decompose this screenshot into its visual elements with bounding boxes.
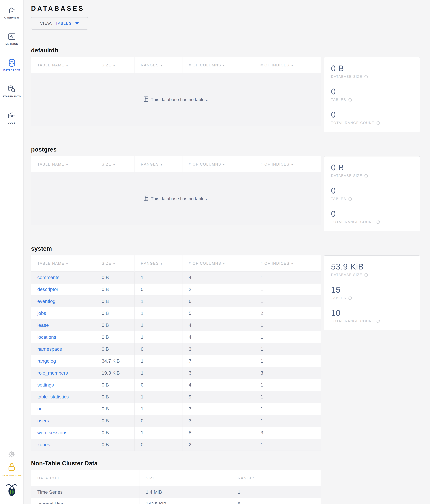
column-header-ranges[interactable]: RANGES▼ [134,57,182,73]
info-icon[interactable] [348,98,352,102]
info-icon[interactable] [348,296,352,300]
table-row: table_statistics0 B191 [31,391,321,403]
info-icon[interactable] [376,319,380,323]
cell-table-name: zones [31,439,95,451]
table-name-link[interactable]: lease [37,323,49,328]
settings-gear-icon[interactable] [8,451,15,458]
sidebar-item-jobs[interactable]: JOBS [0,111,23,138]
table-name-link[interactable]: rangelog [37,358,56,364]
sort-arrow-icon: ▼ [291,64,294,67]
table-name-link[interactable]: role_members [37,370,68,376]
sort-arrow-icon: ▼ [223,263,225,265]
sidebar-item-label: STATEMENTS [2,95,21,98]
cell-value: 1 [254,391,321,403]
database-name-heading: system [31,245,420,252]
info-icon[interactable] [376,121,380,125]
table-name-link[interactable]: ui [37,406,41,411]
sidebar: OVERVIEW METRICS DATABASE [0,0,24,504]
table-row: Time Series1.4 MiB1 [31,486,321,498]
table-row: locations0 B141 [31,331,321,343]
cell-value: 0 B [95,427,134,439]
column-header-table-name[interactable]: TABLE NAME▼ [31,156,95,172]
column-header-columns[interactable]: # OF COLUMNS▼ [182,57,254,73]
cell-table-name: namespace [31,343,95,355]
info-icon[interactable] [364,75,368,79]
sidebar-item-overview[interactable]: OVERVIEW [0,6,23,33]
column-header-ranges[interactable]: RANGES▼ [134,156,182,172]
table-name-link[interactable]: locations [37,334,56,340]
table-row: namespace0 B031 [31,343,321,355]
cell-value: 0 B [95,331,134,343]
table-row: comments0 B141 [31,271,321,284]
non-table-cluster-data-section: Non-Table Cluster Data DATA TYPE SIZE RA… [31,460,420,504]
info-icon[interactable] [364,273,368,277]
database-cylinder-icon [9,59,15,67]
column-header-indices[interactable]: # OF INDICES▼ [254,57,321,73]
column-header-ranges[interactable]: RANGES▼ [134,255,182,271]
table-row: Internal Use142.5 KiB8 [31,498,321,504]
cell-value: 0 B [95,415,134,427]
column-header-columns[interactable]: # OF COLUMNS▼ [182,156,254,172]
table-name-link[interactable]: settings [37,382,54,387]
home-icon [8,6,15,14]
main-content: DATABASES VIEW: TABLES defaultdb TABLE N… [24,0,430,504]
cell-value: 4 [182,271,254,284]
cell-value: 0 [134,415,182,427]
cell-value: 9 [182,391,254,403]
cell-value: 1 [254,343,321,355]
column-header-size[interactable]: SIZE▼ [95,57,134,73]
sidebar-item-metrics[interactable]: METRICS [0,33,23,59]
column-header-table-name[interactable]: TABLE NAME▼ [31,255,95,271]
column-header-columns[interactable]: # OF COLUMNS▼ [182,255,254,271]
table-name-link[interactable]: comments [37,275,59,280]
cell-value: 1 [254,403,321,415]
table-name-link[interactable]: users [37,418,49,423]
table-name-link[interactable]: zones [37,442,50,447]
defaultdb-stats-card: 0 B DATABASE SIZE 0 TABLES 0 TOTAL RANGE… [324,57,420,132]
sidebar-item-databases[interactable]: DATABASES [0,59,23,85]
table-name-link[interactable]: table_statistics [37,394,69,399]
column-header-size[interactable]: SIZE▼ [95,255,134,271]
cell-value: 8 [232,498,321,504]
empty-message: This database has no tables. [151,97,208,102]
header-divider [31,41,420,41]
info-icon[interactable] [376,220,380,224]
column-header-indices[interactable]: # OF INDICES▼ [254,255,321,271]
table-name-link[interactable]: namespace [37,346,62,352]
cell-table-name: lease [31,319,95,331]
database-size-label: DATABASE SIZE [331,174,362,178]
database-name-heading: postgres [31,146,420,153]
insecure-mode-indicator[interactable]: INSECURE MODE [2,463,22,477]
column-header-size[interactable]: SIZE▼ [95,156,134,172]
table-header-row: TABLE NAME▼ SIZE▼ RANGES▼ # OF COLUMNS▼ … [31,57,321,73]
column-header-data-type: DATA TYPE [31,470,139,486]
info-icon[interactable] [364,174,368,178]
info-icon[interactable] [348,197,352,201]
table-row: eventlog0 B161 [31,296,321,307]
column-header-indices[interactable]: # OF INDICES▼ [254,156,321,172]
table-row: ui0 B131 [31,403,321,415]
column-header-table-name[interactable]: TABLE NAME▼ [31,57,95,73]
cell-value: 1 [254,439,321,451]
cell-value: 1 [254,355,321,367]
cell-value: 1 [134,403,182,415]
cell-value: 3 [182,343,254,355]
cell-value: 6 [182,296,254,307]
table-name-link[interactable]: web_sessions [37,430,67,435]
cell-value: 4 [182,379,254,391]
cell-table-name: ui [31,403,95,415]
cell-value: 4 [182,331,254,343]
cell-value: 1 [134,331,182,343]
sidebar-item-statements[interactable]: STATEMENTS [0,85,23,111]
view-dropdown[interactable]: VIEW: TABLES [31,17,88,30]
view-dropdown-value: TABLES [55,21,72,26]
table-name-link[interactable]: descriptor [37,287,58,292]
table-name-link[interactable]: jobs [37,311,46,316]
sort-arrow-icon: ▼ [113,163,116,166]
table-header-row: DATA TYPE SIZE RANGES [31,470,321,486]
table-name-link[interactable]: eventlog [37,298,55,304]
cell-value: 3 [182,367,254,379]
range-count-label: TOTAL RANGE COUNT [331,220,374,224]
cell-table-name: locations [31,331,95,343]
system-tables-table: TABLE NAME▼ SIZE▼ RANGES▼ # OF COLUMNS▼ … [31,255,321,451]
